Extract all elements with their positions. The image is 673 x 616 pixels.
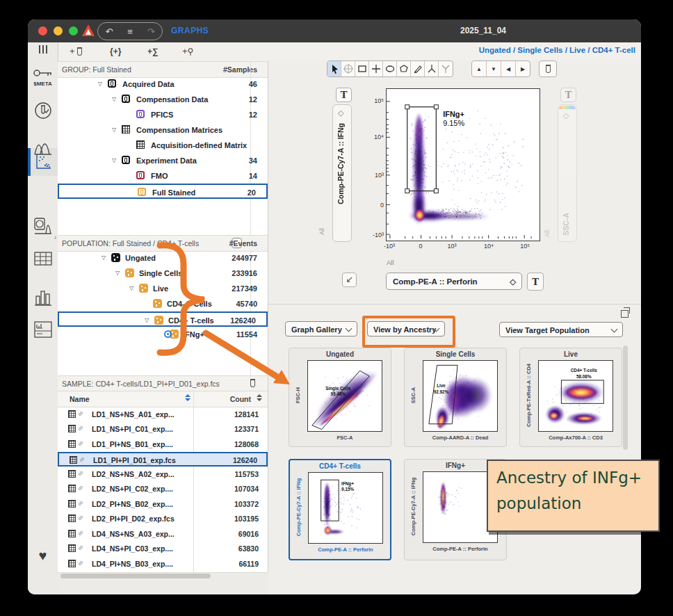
gate-handle[interactable]	[405, 105, 410, 109]
expand-arrow-icon[interactable]: ▽	[115, 270, 120, 276]
undo-icon[interactable]: ↶	[105, 26, 113, 37]
layout-editor-icon[interactable]	[28, 321, 58, 341]
color-axis-selector[interactable]: ◇ SSC-A	[558, 104, 577, 242]
gallery-thumb-cd4-selected[interactable]: CD4+ T-cells IFNg+ 9.15% Comp-PE-Cy7-A :…	[289, 459, 391, 560]
target-population-dropdown[interactable]: View Target Population	[499, 322, 623, 337]
count-column-header[interactable]: Count	[230, 395, 251, 403]
population-row-cd4pos-selected[interactable]: ▽ CD4+ T-cells 126240	[58, 311, 268, 327]
breadcrumb[interactable]: Ungated / Single Cells / Live / CD4+ T-c…	[479, 46, 635, 54]
population-row-ungated[interactable]: ▽ Ungated 244977	[58, 250, 268, 266]
group-row-acquired-data[interactable]: ▽ Acquired Data 46	[58, 76, 268, 92]
group-row-compensation-matrices[interactable]: ▽ Compensation Matrices	[58, 122, 268, 138]
ellipse-gate-tool[interactable]	[383, 61, 397, 76]
sample-row[interactable]: ∞LD2_PI+NS_B02_exp....103372	[58, 497, 268, 512]
population-row-ifng[interactable]: IFNg+ 11554	[58, 327, 268, 342]
sample-row[interactable]: ∞LD2_NS+NS_A02_exp...115753	[58, 467, 268, 482]
nav-right-button[interactable]: ▶	[516, 61, 530, 76]
group-tube-icon	[122, 95, 130, 103]
x-axis-text-button[interactable]: T	[527, 273, 544, 291]
quadrant-gate-tool[interactable]	[341, 61, 355, 76]
add-sample-button[interactable]: +	[70, 46, 82, 56]
x-tick: 0	[408, 243, 433, 250]
expand-arrow-icon[interactable]: ▽	[112, 96, 116, 102]
sample-qc-icon[interactable]	[28, 102, 58, 122]
sample-row-selected[interactable]: ∞LD1_PI+PI_D01_exp.fcs126240	[58, 452, 268, 467]
annotation-line: population	[496, 491, 650, 517]
add-keyword-button[interactable]: +⚲	[182, 46, 193, 56]
expand-arrow-icon[interactable]: ▽	[102, 254, 106, 261]
histogram-gate-icon[interactable]	[28, 217, 58, 239]
sample-row[interactable]: ∞LD1_NS+PI_C01_exp....123371	[58, 422, 268, 437]
nav-up-button[interactable]: ▲	[472, 61, 487, 76]
x-axis-selector[interactable]: Comp-PE-A :: Perforin ◇	[386, 273, 522, 290]
sample-row[interactable]: ∞LD4_PI+NS_B03_exp....66119	[58, 557, 268, 572]
horizontal-scrollbar[interactable]	[60, 574, 211, 578]
add-statistic-button[interactable]: +∑	[147, 47, 159, 56]
detach-window-icon[interactable]	[621, 310, 629, 318]
favorites-heart-icon[interactable]: ♥	[28, 548, 58, 564]
panel-collapse-icon[interactable]: ›	[54, 234, 56, 241]
sample-row[interactable]: ∞LD1_PI+NS_B01_exp....128068	[58, 437, 268, 452]
y-axis-selector[interactable]: ◇ Comp-PE-Cy7-A :: IFNg	[332, 104, 352, 242]
zoom-window-button[interactable]	[69, 26, 78, 35]
gate-handle[interactable]	[434, 105, 438, 109]
sample-tube-button[interactable]	[539, 60, 557, 77]
name-column-header[interactable]: Name	[70, 395, 90, 403]
nav-down-button[interactable]: ▼	[487, 61, 501, 76]
color-axis-text-button[interactable]: T	[560, 88, 576, 102]
add-group-button[interactable]: {+}	[110, 47, 121, 56]
group-row-experiment-data[interactable]: ▽ Experiment Data 34	[58, 153, 268, 168]
population-row-cd4neg[interactable]: CD4- T Cells 45740	[58, 296, 268, 311]
samples-column-header[interactable]: #Samples	[223, 65, 257, 74]
group-row-acquisition-matrix[interactable]: Acquisition-defined Matrix	[58, 138, 268, 153]
sample-row[interactable]: ∞LD1_NS+NS_A01_exp...128141	[58, 407, 268, 422]
tree-gate-tool[interactable]	[439, 61, 453, 76]
gate-handle[interactable]	[405, 189, 410, 193]
chart-editor-icon[interactable]	[28, 289, 58, 309]
population-row-live[interactable]: ▽ Live 217349	[58, 281, 268, 296]
rectangle-gate-tool[interactable]	[355, 61, 369, 76]
table-editor-icon[interactable]	[28, 252, 58, 268]
name-sort-icon[interactable]	[185, 394, 190, 401]
group-row-full-stained-selected[interactable]: Full Stained 20	[58, 184, 268, 199]
polygon-gate-tool[interactable]	[397, 61, 411, 76]
graph-window-icon[interactable]	[28, 153, 58, 174]
sample-row[interactable]: ∞LD4_NS+PI_C03_exp....63830	[58, 542, 268, 556]
cross-gate-tool[interactable]	[369, 61, 383, 76]
y-axis-text-button[interactable]: T	[336, 88, 352, 102]
sample-name: LD4_NS+NS_A03_exp...	[92, 530, 175, 538]
columns-toggle-icon[interactable]	[28, 44, 58, 57]
sample-row[interactable]: ∞LD4_NS+NS_A03_exp...69016	[58, 527, 268, 542]
redo-icon[interactable]: ↷	[147, 26, 155, 37]
expand-arrow-icon[interactable]: ▽	[98, 81, 102, 87]
events-column-header[interactable]: #Events	[229, 239, 257, 248]
graphs-nav-label[interactable]: GRAPHS	[171, 26, 209, 35]
close-window-button[interactable]	[38, 26, 47, 35]
group-row-compensation-data[interactable]: ▽ Compensation Data 12	[58, 92, 268, 107]
spider-gate-tool[interactable]	[425, 61, 439, 76]
sample-row[interactable]: ∞LD2_PI+PI_D02_exp.fcs103195	[58, 512, 268, 526]
expand-arrow-icon[interactable]: ▽	[112, 157, 116, 163]
gallery-mode-dropdown[interactable]: Graph Gallery	[285, 321, 357, 337]
gallery-thumb-ungated[interactable]: Ungated Single Cells 95.48% FSC-H FS	[289, 348, 391, 447]
population-row-single-cells[interactable]: ▽ Single Cells 233916	[58, 266, 268, 281]
nav-left-button[interactable]: ◀	[501, 61, 516, 76]
gallery-thumb-live[interactable]: Live CD4+ T-cells 58.08% Comp-PE-TxRe	[519, 348, 622, 447]
gallery-thumb-single-cells[interactable]: Single Cells Live 92.92% SSC-A Comp-AARD…	[404, 348, 507, 447]
expand-arrow-icon[interactable]: ▽	[145, 317, 149, 323]
expand-arrow-icon[interactable]: ▽	[112, 127, 116, 133]
expand-arrow-icon[interactable]: ▽	[129, 285, 133, 291]
gallery-scrollbar[interactable]	[623, 346, 628, 450]
minimize-window-button[interactable]	[54, 26, 63, 35]
graph-options-button[interactable]	[342, 273, 357, 287]
gate-handle[interactable]	[434, 189, 438, 193]
group-row-fmo[interactable]: FMO 14	[58, 168, 268, 184]
select-cursor-tool[interactable]	[327, 61, 341, 76]
group-row-pfics[interactable]: PFICS 12	[58, 107, 268, 122]
main-plot[interactable]: IFNg+ 9.15%	[386, 88, 540, 241]
count-sort-icon[interactable]	[257, 394, 262, 401]
pencil-gate-tool[interactable]	[411, 61, 425, 76]
meta-keywords-icon[interactable]: $META	[28, 68, 58, 87]
history-list-icon[interactable]: ≡	[127, 26, 133, 37]
sample-row[interactable]: ∞LD2_NS+PI_C02_exp....107034	[58, 482, 268, 496]
